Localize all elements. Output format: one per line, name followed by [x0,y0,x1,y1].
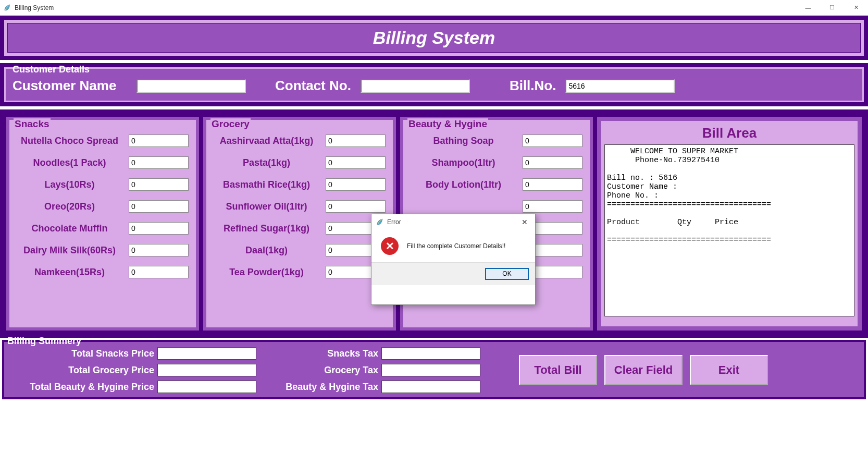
grocery-item-0-label: Aashirvaad Atta(1kg) [210,136,323,146]
beauty-item-2-label: Body Lotion(1ltr) [407,179,519,190]
snacks-tax-label: Snacks Tax [264,348,378,359]
beauty-item-1-label: Shampoo(1ltr) [407,157,519,168]
grocery-item-4-label: Refined Sugar(1kg) [210,223,323,234]
clear-field-button[interactable]: Clear Field [604,355,683,385]
window-minimize-button[interactable]: — [796,0,820,16]
dialog-app-icon [376,218,384,226]
snacks-item-1-label: Noodles(1 Pack) [14,157,126,168]
beauty-tax-input[interactable] [381,381,480,393]
window-titlebar: Billing System — ☐ ✕ [0,0,868,16]
grocery-item-2-input[interactable] [326,178,386,191]
beauty-item-1-input[interactable] [523,156,582,169]
contact-no-input[interactable] [361,79,470,93]
grocery-item-6-label: Tea Powder(1kg) [210,267,323,278]
snacks-item-2-label: Lays(10Rs) [14,179,126,190]
snacks-item-5-input[interactable] [129,244,189,256]
grocery-item-3-label: Sunflower Oil(1ltr) [210,201,323,212]
dialog-close-button[interactable]: ✕ [514,214,535,230]
error-dialog: Error ✕ ✕ Fill the complete Customer Det… [371,214,536,305]
beauty-tax-label: Beauty & Hygine Tax [264,382,378,393]
dialog-message: Fill the complete Customer Details!! [407,242,505,250]
error-icon: ✕ [381,237,399,255]
total-grocery-price-input[interactable] [157,364,256,376]
contact-no-label: Contact No. [275,78,351,94]
grocery-tax-label: Grocery Tax [264,365,378,376]
grocery-item-0-input[interactable] [326,134,386,147]
snacks-item-3-input[interactable] [129,200,189,213]
snacks-item-2-input[interactable] [129,178,189,191]
bill-area-text: WELCOME TO SUPER MARKET Phone-No.7392754… [604,144,854,316]
total-snacks-price-input[interactable] [157,347,256,360]
beauty-legend: Beauty & Hygine [407,118,488,130]
total-grocery-price-label: Total Grocery Price [8,365,154,376]
bill-area-panel: Bill Area WELCOME TO SUPER MARKET Phone-… [597,117,862,331]
bill-area-header: Bill Area [604,124,854,144]
customer-name-label: Customer Name [13,78,127,94]
app-icon [3,4,11,12]
bill-no-input[interactable] [565,79,675,93]
beauty-item-3-input[interactable] [523,200,582,213]
dialog-ok-button[interactable]: OK [485,268,529,280]
summary-legend: Billing Summery [7,336,81,347]
snacks-item-6-label: Namkeen(15Rs) [14,267,126,278]
grocery-panel: Grocery Aashirvaad Atta(1kg) Pasta(1kg) … [203,117,396,331]
beauty-item-0-input[interactable] [523,134,582,147]
beauty-item-2-input[interactable] [523,178,582,191]
grocery-item-1-label: Pasta(1kg) [210,157,323,168]
customer-details-legend: Customer Details [11,64,91,75]
snacks-item-4-label: Chocolate Muffin [14,223,126,234]
window-title: Billing System [15,4,54,11]
grocery-item-2-label: Basmathi Rice(1kg) [210,179,323,190]
grocery-tax-input[interactable] [381,364,480,376]
grocery-item-5-label: Daal(1kg) [210,245,323,256]
total-beauty-price-input[interactable] [157,381,256,393]
bill-no-label: Bill.No. [510,78,556,94]
dialog-title: Error [387,218,401,226]
grocery-item-3-input[interactable] [326,200,386,213]
snacks-item-6-input[interactable] [129,266,189,278]
snacks-item-1-input[interactable] [129,156,189,169]
window-close-button[interactable]: ✕ [844,0,868,16]
customer-name-input[interactable] [137,79,246,93]
snacks-legend: Snacks [14,118,51,130]
total-beauty-price-label: Total Beauty & Hygine Price [8,382,154,393]
app-header: Billing System [7,23,861,53]
snacks-item-0-input[interactable] [129,134,189,147]
snacks-item-0-label: Nutella Choco Spread [14,136,126,146]
grocery-legend: Grocery [210,118,251,130]
snacks-panel: Snacks Nutella Choco Spread Noodles(1 Pa… [6,117,199,331]
snacks-item-4-input[interactable] [129,222,189,235]
beauty-item-0-label: Bathing Soap [407,136,519,146]
total-snacks-price-label: Total Snacks Price [8,348,154,359]
window-maximize-button[interactable]: ☐ [820,0,844,16]
snacks-item-5-label: Dairy Milk Silk(60Rs) [14,245,126,256]
total-bill-button[interactable]: Total Bill [519,355,597,385]
exit-button[interactable]: Exit [690,355,768,385]
snacks-item-3-label: Oreo(20Rs) [14,201,126,212]
grocery-item-1-input[interactable] [326,156,386,169]
snacks-tax-input[interactable] [381,347,480,360]
